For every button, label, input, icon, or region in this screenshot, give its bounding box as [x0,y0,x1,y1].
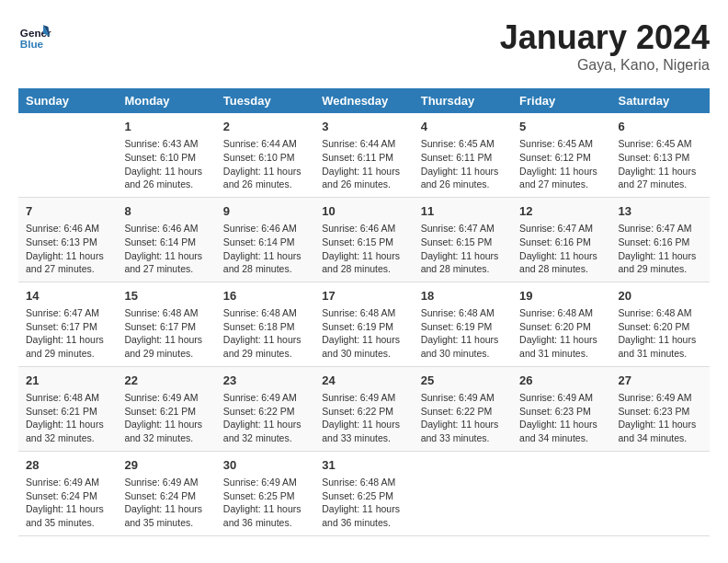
day-number: 21 [26,373,109,389]
title-block: January 2024 Gaya, Kano, Nigeria [500,18,710,74]
calendar-cell: 8Sunrise: 6:46 AMSunset: 6:14 PMDaylight… [117,197,215,282]
day-info: Sunrise: 6:49 AMSunset: 6:23 PMDaylight:… [519,391,603,445]
day-number: 11 [421,203,505,220]
day-info: Sunrise: 6:45 AMSunset: 6:12 PMDaylight:… [519,137,603,191]
day-info: Sunrise: 6:43 AMSunset: 6:10 PMDaylight:… [124,137,208,191]
calendar-cell [414,451,512,535]
location: Gaya, Kano, Nigeria [500,57,710,74]
week-row-2: 7Sunrise: 6:46 AMSunset: 6:13 PMDaylight… [18,197,710,282]
day-number: 27 [619,373,702,389]
calendar-cell: 31Sunrise: 6:48 AMSunset: 6:25 PMDayligh… [314,451,413,535]
calendar-cell: 2Sunrise: 6:44 AMSunset: 6:10 PMDaylight… [216,113,314,197]
day-number: 12 [519,203,603,220]
header-day-wednesday: Wednesday [314,88,413,113]
calendar-cell: 16Sunrise: 6:48 AMSunset: 6:18 PMDayligh… [216,282,314,366]
day-info: Sunrise: 6:48 AMSunset: 6:19 PMDaylight:… [421,306,505,361]
day-number: 8 [124,203,208,220]
week-row-3: 14Sunrise: 6:47 AMSunset: 6:17 PMDayligh… [18,282,710,366]
day-number: 18 [421,288,505,304]
day-info: Sunrise: 6:49 AMSunset: 6:25 PMDaylight:… [223,476,307,530]
day-info: Sunrise: 6:48 AMSunset: 6:20 PMDaylight:… [519,306,603,361]
calendar-cell: 24Sunrise: 6:49 AMSunset: 6:22 PMDayligh… [314,366,413,451]
day-info: Sunrise: 6:48 AMSunset: 6:17 PMDaylight:… [124,306,208,361]
day-number: 20 [619,288,702,304]
day-number: 29 [124,457,208,474]
day-number: 2 [223,119,307,135]
calendar-cell: 30Sunrise: 6:49 AMSunset: 6:25 PMDayligh… [216,451,314,535]
day-info: Sunrise: 6:44 AMSunset: 6:11 PMDaylight:… [322,137,405,191]
calendar-cell: 25Sunrise: 6:49 AMSunset: 6:22 PMDayligh… [414,366,512,451]
day-info: Sunrise: 6:49 AMSunset: 6:22 PMDaylight:… [223,391,307,445]
day-number: 3 [322,119,405,135]
day-info: Sunrise: 6:49 AMSunset: 6:21 PMDaylight:… [124,391,208,445]
day-info: Sunrise: 6:44 AMSunset: 6:10 PMDaylight:… [223,137,307,191]
calendar-cell: 10Sunrise: 6:46 AMSunset: 6:15 PMDayligh… [314,197,413,282]
header-day-monday: Monday [117,88,215,113]
calendar-cell: 14Sunrise: 6:47 AMSunset: 6:17 PMDayligh… [18,282,117,366]
day-info: Sunrise: 6:49 AMSunset: 6:22 PMDaylight:… [322,391,405,445]
header-day-tuesday: Tuesday [216,88,314,113]
calendar-cell: 6Sunrise: 6:45 AMSunset: 6:13 PMDaylight… [611,113,710,197]
day-number: 7 [26,203,109,220]
day-info: Sunrise: 6:48 AMSunset: 6:21 PMDaylight:… [26,391,109,445]
day-info: Sunrise: 6:48 AMSunset: 6:25 PMDaylight:… [322,476,405,530]
day-info: Sunrise: 6:46 AMSunset: 6:14 PMDaylight:… [124,222,208,276]
day-info: Sunrise: 6:47 AMSunset: 6:16 PMDaylight:… [519,222,603,276]
day-number: 31 [322,457,405,474]
header-day-sunday: Sunday [18,88,117,113]
day-info: Sunrise: 6:49 AMSunset: 6:24 PMDaylight:… [26,476,109,530]
calendar-cell: 29Sunrise: 6:49 AMSunset: 6:24 PMDayligh… [117,451,215,535]
calendar-cell [512,451,610,535]
calendar-cell: 1Sunrise: 6:43 AMSunset: 6:10 PMDaylight… [117,113,215,197]
day-number: 17 [322,288,405,304]
day-number: 15 [124,288,208,304]
svg-text:Blue: Blue [20,38,44,50]
day-number: 30 [223,457,307,474]
day-number: 1 [124,119,208,135]
day-info: Sunrise: 6:47 AMSunset: 6:15 PMDaylight:… [421,222,505,276]
calendar-cell: 3Sunrise: 6:44 AMSunset: 6:11 PMDaylight… [314,113,413,197]
day-info: Sunrise: 6:48 AMSunset: 6:18 PMDaylight:… [223,306,307,361]
calendar-cell: 28Sunrise: 6:49 AMSunset: 6:24 PMDayligh… [18,451,117,535]
page-header: General Blue January 2024 Gaya, Kano, Ni… [18,18,710,74]
calendar-cell: 9Sunrise: 6:46 AMSunset: 6:14 PMDaylight… [216,197,314,282]
day-info: Sunrise: 6:48 AMSunset: 6:20 PMDaylight:… [619,306,702,361]
day-number: 24 [322,373,405,389]
calendar-cell: 21Sunrise: 6:48 AMSunset: 6:21 PMDayligh… [18,366,117,451]
calendar-cell: 26Sunrise: 6:49 AMSunset: 6:23 PMDayligh… [512,366,610,451]
month-title: January 2024 [500,18,710,57]
day-number: 28 [26,457,109,474]
day-number: 4 [421,119,505,135]
day-number: 9 [223,203,307,220]
day-info: Sunrise: 6:49 AMSunset: 6:23 PMDaylight:… [619,391,702,445]
calendar-cell [18,113,117,197]
calendar-cell: 22Sunrise: 6:49 AMSunset: 6:21 PMDayligh… [117,366,215,451]
day-info: Sunrise: 6:49 AMSunset: 6:24 PMDaylight:… [124,476,208,530]
day-number: 23 [223,373,307,389]
header-day-saturday: Saturday [611,88,710,113]
calendar-table: SundayMondayTuesdayWednesdayThursdayFrid… [18,88,710,536]
day-info: Sunrise: 6:46 AMSunset: 6:13 PMDaylight:… [26,222,109,276]
header-day-thursday: Thursday [414,88,512,113]
header-row: SundayMondayTuesdayWednesdayThursdayFrid… [18,88,710,113]
day-info: Sunrise: 6:47 AMSunset: 6:17 PMDaylight:… [26,306,109,361]
day-number: 13 [619,203,702,220]
calendar-cell: 23Sunrise: 6:49 AMSunset: 6:22 PMDayligh… [216,366,314,451]
day-number: 10 [322,203,405,220]
calendar-cell: 20Sunrise: 6:48 AMSunset: 6:20 PMDayligh… [611,282,710,366]
day-number: 26 [519,373,603,389]
calendar-cell: 12Sunrise: 6:47 AMSunset: 6:16 PMDayligh… [512,197,610,282]
calendar-cell: 4Sunrise: 6:45 AMSunset: 6:11 PMDaylight… [414,113,512,197]
day-number: 14 [26,288,109,304]
day-number: 25 [421,373,505,389]
day-info: Sunrise: 6:46 AMSunset: 6:14 PMDaylight:… [223,222,307,276]
week-row-5: 28Sunrise: 6:49 AMSunset: 6:24 PMDayligh… [18,451,710,535]
day-info: Sunrise: 6:45 AMSunset: 6:13 PMDaylight:… [619,137,702,191]
calendar-cell: 27Sunrise: 6:49 AMSunset: 6:23 PMDayligh… [611,366,710,451]
calendar-cell: 15Sunrise: 6:48 AMSunset: 6:17 PMDayligh… [117,282,215,366]
day-number: 22 [124,373,208,389]
calendar-cell [611,451,710,535]
calendar-cell: 18Sunrise: 6:48 AMSunset: 6:19 PMDayligh… [414,282,512,366]
calendar-cell: 19Sunrise: 6:48 AMSunset: 6:20 PMDayligh… [512,282,610,366]
logo-icon: General Blue [18,18,51,52]
